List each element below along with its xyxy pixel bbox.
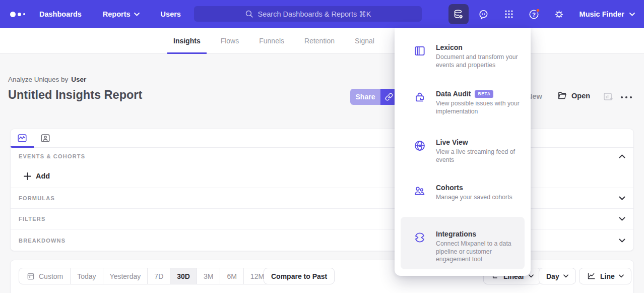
feedback-button[interactable] [474, 4, 494, 24]
share-button[interactable]: Share [350, 89, 380, 105]
chevron-down-icon [134, 13, 140, 16]
page-title[interactable]: Untitled Insights Report [8, 88, 142, 102]
chevron-up-icon [619, 154, 625, 158]
builder-tab-metrics[interactable] [11, 129, 34, 147]
report-tabbar: Insights Flows Funnels Retention Signal … [0, 28, 644, 53]
section-label: FORMULAS [19, 195, 55, 201]
range-label: 6M [227, 272, 236, 280]
range-label: 12M [250, 272, 264, 280]
kebab-menu-icon [620, 95, 633, 100]
tab-insights[interactable]: Insights [167, 28, 207, 53]
add-event-button[interactable]: Add [24, 172, 50, 180]
help-icon: ? [528, 8, 540, 20]
project-name: Music Finder [579, 10, 624, 18]
cohorts-people-icon [413, 185, 426, 198]
range-today[interactable]: Today [70, 268, 102, 284]
mixpanel-logo[interactable] [10, 0, 25, 28]
expand-section-button[interactable] [619, 239, 625, 243]
tab-label: Signal [355, 37, 374, 45]
grid-dots-icon [503, 9, 514, 20]
analyze-by-line: Analyze Uniques byUser [8, 76, 86, 83]
compare-to-past-button[interactable]: Compare to Past [264, 268, 335, 284]
expand-section-button[interactable] [619, 196, 625, 200]
chevron-down-icon [563, 274, 568, 278]
menu-item-title: Live View [436, 138, 468, 146]
logo-dot [23, 13, 25, 15]
nav-item-reports[interactable]: Reports [103, 10, 140, 18]
calendar-icon [26, 272, 35, 281]
project-selector[interactable]: Music Finder [579, 10, 635, 18]
range-custom[interactable]: Custom [19, 268, 70, 284]
range-label: 3M [204, 272, 213, 280]
menu-item-cohorts[interactable]: Cohorts Manage your saved cohorts [395, 184, 531, 202]
svg-text:?: ? [532, 12, 536, 18]
add-to-dashboard-button[interactable] [603, 91, 613, 104]
section-events-cohorts: EVENTS & COHORTS [11, 148, 633, 164]
plus-icon [24, 172, 31, 180]
tab-funnels[interactable]: Funnels [253, 28, 290, 53]
data-management-button[interactable] [448, 4, 469, 24]
apps-grid-button[interactable] [499, 4, 519, 24]
section-breakdowns[interactable]: BREAKDOWNS [11, 229, 633, 251]
lexicon-book-icon [413, 44, 426, 57]
integrations-sync-icon [413, 231, 426, 244]
menu-item-lexicon[interactable]: Lexicon Document and transform your even… [395, 43, 531, 69]
database-gear-icon [453, 9, 464, 20]
menu-item-description: View possible issues with your implement… [436, 100, 525, 115]
section-label: FILTERS [19, 216, 45, 222]
chevron-down-icon [619, 217, 625, 221]
tab-label: Flows [221, 37, 239, 45]
menu-item-title: Data Audit [436, 90, 471, 98]
search-input[interactable]: Search Dashboards & Reports ⌘K [194, 6, 422, 22]
tab-retention[interactable]: Retention [298, 28, 341, 53]
section-filters[interactable]: FILTERS [11, 208, 633, 229]
gear-icon [553, 9, 565, 20]
range-label: 30D [177, 272, 190, 280]
range-30d[interactable]: 30D [170, 268, 197, 284]
settings-button[interactable] [549, 4, 569, 24]
help-button[interactable]: ? [524, 4, 544, 24]
section-label: EVENTS & COHORTS [19, 153, 85, 159]
chevron-down-icon [619, 196, 625, 200]
query-builder-card: EVENTS & COHORTS Add FORMULAS FILTERS BR… [10, 129, 634, 251]
nav-item-users[interactable]: Users [161, 10, 181, 18]
menu-item-integrations[interactable]: Integrations Connect Mixpanel to a data … [395, 230, 531, 264]
tab-label: Insights [173, 37, 201, 45]
menu-item-data-audit[interactable]: Data Audit BETA View possible issues wit… [395, 90, 531, 115]
nav-item-label: Reports [103, 10, 131, 18]
interval-selector-button[interactable]: Day [539, 268, 576, 284]
section-formulas[interactable]: FORMULAS [11, 188, 633, 208]
menu-item-live-view[interactable]: Live View View a live streaming feed of … [395, 138, 531, 164]
logo-dot [10, 12, 16, 17]
chart-add-icon [603, 91, 613, 102]
range-6m[interactable]: 6M [220, 268, 243, 284]
interval-label: Day [546, 272, 559, 280]
chevron-down-icon [619, 274, 624, 278]
range-label: 7D [154, 272, 163, 280]
range-3m[interactable]: 3M [197, 268, 220, 284]
folder-icon [557, 91, 567, 100]
expand-section-button[interactable] [619, 217, 625, 221]
nav-item-dashboards[interactable]: Dashboards [39, 10, 82, 18]
nav-item-label: Users [161, 10, 181, 18]
add-label: Add [36, 172, 50, 180]
beta-badge: BETA [475, 90, 493, 98]
collapse-section-button[interactable] [619, 154, 625, 158]
events-add-row: Add [11, 164, 633, 188]
chevron-down-icon [629, 13, 635, 16]
section-label: BREAKDOWNS [19, 238, 66, 244]
top-navbar: Dashboards Reports Users Search Dashboar… [0, 0, 644, 28]
analyze-entity[interactable]: User [71, 76, 86, 83]
open-report-button[interactable]: Open [557, 91, 590, 100]
range-7d[interactable]: 7D [147, 268, 170, 284]
range-yesterday[interactable]: Yesterday [103, 268, 148, 284]
builder-tab-users[interactable] [34, 129, 57, 147]
more-options-button[interactable] [620, 93, 633, 102]
tab-label: Retention [304, 37, 335, 45]
insights-chart-icon [17, 133, 28, 144]
user-profile-icon [40, 133, 51, 144]
compare-label: Compare to Past [271, 272, 327, 280]
chart-type-selector-button[interactable]: Line [579, 268, 631, 284]
tab-signal[interactable]: Signal [349, 28, 380, 53]
tab-flows[interactable]: Flows [215, 28, 245, 53]
